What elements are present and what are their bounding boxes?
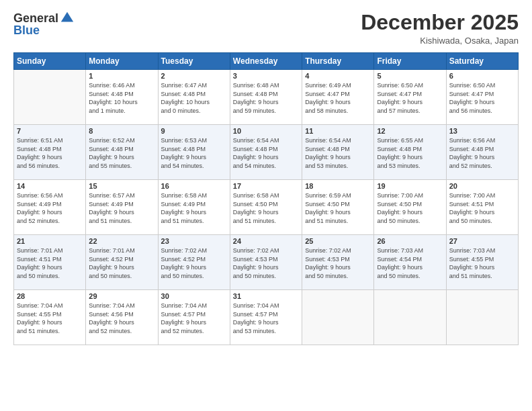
page-header: General Blue December 2025 Kishiwada, Os… — [13, 11, 519, 46]
header-tuesday: Tuesday — [158, 53, 230, 70]
day-number: 3 — [233, 72, 299, 80]
table-row: 22Sunrise: 7:01 AMSunset: 4:52 PMDayligh… — [86, 235, 158, 290]
day-info: Sunrise: 6:54 AMSunset: 4:48 PMDaylight:… — [305, 136, 371, 170]
day-info: Sunrise: 6:58 AMSunset: 4:50 PMDaylight:… — [233, 191, 299, 225]
table-row: 7Sunrise: 6:51 AMSunset: 4:48 PMDaylight… — [14, 125, 86, 180]
calendar: Sunday Monday Tuesday Wednesday Thursday… — [13, 52, 519, 345]
day-info: Sunrise: 7:02 AMSunset: 4:53 PMDaylight:… — [305, 246, 371, 280]
location: Kishiwada, Osaka, Japan — [361, 36, 519, 46]
logo-general: General — [13, 11, 58, 25]
table-row: 5Sunrise: 6:50 AMSunset: 4:47 PMDaylight… — [374, 70, 446, 125]
header-monday: Monday — [86, 53, 158, 70]
day-info: Sunrise: 7:04 AMSunset: 4:57 PMDaylight:… — [233, 302, 299, 335]
header-thursday: Thursday — [302, 53, 374, 70]
day-number: 27 — [449, 237, 515, 245]
table-row: 8Sunrise: 6:52 AMSunset: 4:48 PMDaylight… — [86, 125, 158, 180]
table-row: 18Sunrise: 6:59 AMSunset: 4:50 PMDayligh… — [302, 180, 374, 235]
month-title: December 2025 — [361, 11, 519, 34]
day-number: 12 — [377, 127, 443, 135]
header-saturday: Saturday — [446, 53, 518, 70]
day-number: 8 — [89, 127, 154, 135]
day-number: 11 — [305, 127, 371, 135]
table-row: 1Sunrise: 6:46 AMSunset: 4:48 PMDaylight… — [86, 70, 158, 125]
logo-icon — [60, 11, 75, 26]
day-info: Sunrise: 6:56 AMSunset: 4:49 PMDaylight:… — [17, 191, 83, 225]
day-info: Sunrise: 7:03 AMSunset: 4:54 PMDaylight:… — [377, 246, 443, 280]
day-info: Sunrise: 7:04 AMSunset: 4:56 PMDaylight:… — [89, 302, 154, 335]
day-info: Sunrise: 7:00 AMSunset: 4:51 PMDaylight:… — [449, 191, 515, 225]
table-row: 29Sunrise: 7:04 AMSunset: 4:56 PMDayligh… — [86, 290, 158, 345]
day-number: 29 — [89, 292, 154, 300]
header-sunday: Sunday — [14, 53, 86, 70]
table-row: 19Sunrise: 7:00 AMSunset: 4:50 PMDayligh… — [374, 180, 446, 235]
weekday-header-row: Sunday Monday Tuesday Wednesday Thursday… — [14, 53, 519, 70]
day-info: Sunrise: 6:50 AMSunset: 4:47 PMDaylight:… — [377, 81, 443, 115]
table-row: 3Sunrise: 6:48 AMSunset: 4:48 PMDaylight… — [230, 70, 302, 125]
day-number: 21 — [17, 237, 83, 245]
logo-blue: Blue — [13, 24, 40, 37]
day-info: Sunrise: 6:51 AMSunset: 4:48 PMDaylight:… — [17, 136, 83, 170]
svg-marker-0 — [61, 12, 73, 22]
day-number: 30 — [161, 292, 227, 300]
day-info: Sunrise: 6:54 AMSunset: 4:48 PMDaylight:… — [233, 136, 299, 170]
day-number: 31 — [233, 292, 299, 300]
day-info: Sunrise: 6:57 AMSunset: 4:49 PMDaylight:… — [89, 191, 154, 225]
table-row: 14Sunrise: 6:56 AMSunset: 4:49 PMDayligh… — [14, 180, 86, 235]
table-row — [14, 70, 86, 125]
table-row: 6Sunrise: 6:50 AMSunset: 4:47 PMDaylight… — [446, 70, 518, 125]
header-wednesday: Wednesday — [230, 53, 302, 70]
day-number: 18 — [305, 182, 371, 190]
table-row: 9Sunrise: 6:53 AMSunset: 4:48 PMDaylight… — [158, 125, 230, 180]
table-row: 15Sunrise: 6:57 AMSunset: 4:49 PMDayligh… — [86, 180, 158, 235]
table-row — [302, 290, 374, 345]
table-row: 25Sunrise: 7:02 AMSunset: 4:53 PMDayligh… — [302, 235, 374, 290]
day-info: Sunrise: 7:01 AMSunset: 4:52 PMDaylight:… — [89, 246, 154, 280]
table-row: 4Sunrise: 6:49 AMSunset: 4:47 PMDaylight… — [302, 70, 374, 125]
day-number: 6 — [449, 72, 515, 80]
table-row: 20Sunrise: 7:00 AMSunset: 4:51 PMDayligh… — [446, 180, 518, 235]
day-number: 23 — [161, 237, 227, 245]
day-info: Sunrise: 7:04 AMSunset: 4:55 PMDaylight:… — [17, 302, 83, 335]
day-info: Sunrise: 7:01 AMSunset: 4:51 PMDaylight:… — [17, 246, 83, 280]
day-number: 10 — [233, 127, 299, 135]
day-info: Sunrise: 6:58 AMSunset: 4:49 PMDaylight:… — [161, 191, 227, 225]
day-number: 5 — [377, 72, 443, 80]
day-number: 25 — [305, 237, 371, 245]
day-info: Sunrise: 7:00 AMSunset: 4:50 PMDaylight:… — [377, 191, 443, 225]
day-info: Sunrise: 6:53 AMSunset: 4:48 PMDaylight:… — [161, 136, 227, 170]
table-row: 11Sunrise: 6:54 AMSunset: 4:48 PMDayligh… — [302, 125, 374, 180]
day-number: 2 — [161, 72, 227, 80]
table-row: 17Sunrise: 6:58 AMSunset: 4:50 PMDayligh… — [230, 180, 302, 235]
header-friday: Friday — [374, 53, 446, 70]
day-number: 13 — [449, 127, 515, 135]
day-info: Sunrise: 6:47 AMSunset: 4:48 PMDaylight:… — [161, 81, 227, 115]
day-number: 15 — [89, 182, 154, 190]
table-row: 31Sunrise: 7:04 AMSunset: 4:57 PMDayligh… — [230, 290, 302, 345]
day-number: 9 — [161, 127, 227, 135]
table-row: 24Sunrise: 7:02 AMSunset: 4:53 PMDayligh… — [230, 235, 302, 290]
day-number: 14 — [17, 182, 83, 190]
day-info: Sunrise: 7:04 AMSunset: 4:57 PMDaylight:… — [161, 302, 227, 335]
day-number: 16 — [161, 182, 227, 190]
title-block: December 2025 Kishiwada, Osaka, Japan — [361, 11, 519, 46]
table-row: 13Sunrise: 6:56 AMSunset: 4:48 PMDayligh… — [446, 125, 518, 180]
day-number: 4 — [305, 72, 371, 80]
day-number: 26 — [377, 237, 443, 245]
day-info: Sunrise: 6:55 AMSunset: 4:48 PMDaylight:… — [377, 136, 443, 170]
day-info: Sunrise: 6:56 AMSunset: 4:48 PMDaylight:… — [449, 136, 515, 170]
table-row: 30Sunrise: 7:04 AMSunset: 4:57 PMDayligh… — [158, 290, 230, 345]
table-row: 16Sunrise: 6:58 AMSunset: 4:49 PMDayligh… — [158, 180, 230, 235]
day-info: Sunrise: 6:46 AMSunset: 4:48 PMDaylight:… — [89, 81, 154, 115]
table-row: 10Sunrise: 6:54 AMSunset: 4:48 PMDayligh… — [230, 125, 302, 180]
table-row: 2Sunrise: 6:47 AMSunset: 4:48 PMDaylight… — [158, 70, 230, 125]
day-info: Sunrise: 6:50 AMSunset: 4:47 PMDaylight:… — [449, 81, 515, 115]
day-number: 24 — [233, 237, 299, 245]
day-number: 1 — [89, 72, 154, 80]
day-info: Sunrise: 7:02 AMSunset: 4:53 PMDaylight:… — [233, 246, 299, 280]
day-info: Sunrise: 6:48 AMSunset: 4:48 PMDaylight:… — [233, 81, 299, 115]
table-row: 23Sunrise: 7:02 AMSunset: 4:52 PMDayligh… — [158, 235, 230, 290]
day-number: 22 — [89, 237, 154, 245]
table-row — [446, 290, 518, 345]
table-row — [374, 290, 446, 345]
table-row: 12Sunrise: 6:55 AMSunset: 4:48 PMDayligh… — [374, 125, 446, 180]
